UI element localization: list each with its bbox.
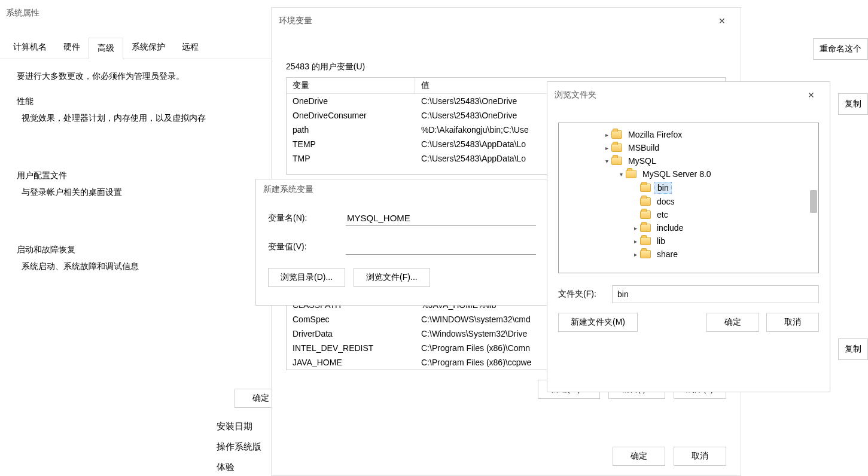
tree-label: include (654, 222, 686, 233)
copy-button-2[interactable]: 复制 (838, 338, 868, 360)
new-system-variable-dialog: 新建系统变量 变量名(N): 变量值(V): 浏览目录(D)... 浏览文件(F… (255, 179, 549, 306)
folder-icon (611, 130, 622, 139)
bg-os-version: 操作系统版 (217, 441, 261, 453)
var-name: OneDriveConsumer (287, 108, 415, 123)
chevron-right-icon[interactable]: ▸ (602, 143, 611, 152)
chevron-none-icon (631, 197, 640, 206)
browse-dir-button[interactable]: 浏览目录(D)... (268, 268, 345, 287)
tree-label: bin (654, 182, 672, 194)
tree-item[interactable]: etc (559, 208, 818, 221)
folder-tree[interactable]: ▸Mozilla Firefox▸MSBuild▾MySQL▾MySQL Ser… (558, 123, 819, 273)
tab-advanced[interactable]: 高级 (89, 38, 123, 59)
folder-icon (640, 250, 651, 258)
rename-button[interactable]: 重命名这个 (813, 38, 868, 60)
close-icon[interactable]: ✕ (711, 13, 733, 29)
browse-title: 浏览文件夹 (555, 90, 596, 100)
tree-item[interactable]: ▸include (559, 221, 818, 234)
tree-item[interactable]: ▸share (559, 248, 818, 261)
sysprops-title: 系统属性 (6, 8, 39, 19)
tab-computer-name[interactable]: 计算机名 (5, 37, 55, 59)
chevron-down-icon[interactable]: ▾ (602, 156, 611, 166)
var-name: TMP (287, 151, 415, 166)
folder-input[interactable] (612, 285, 819, 303)
tree-label: MySQL Server 8.0 (640, 169, 714, 179)
browse-folder-dialog: 浏览文件夹 ✕ ▸Mozilla Firefox▸MSBuild▾MySQL▾M… (547, 81, 830, 392)
tree-label: lib (654, 236, 668, 246)
var-value-input[interactable] (346, 239, 536, 255)
chevron-right-icon[interactable]: ▸ (631, 249, 640, 259)
browse-file-button[interactable]: 浏览文件(F)... (354, 268, 430, 287)
envvars-title: 环境变量 (279, 16, 312, 26)
folder-icon (640, 197, 651, 206)
var-name-label: 变量名(N): (268, 213, 346, 224)
folder-icon (626, 170, 636, 178)
tree-item[interactable]: docs (559, 195, 818, 208)
chevron-none-icon (631, 183, 640, 193)
user-vars-label: 25483 的用户变量(U) (286, 62, 726, 72)
tree-label: Mozilla Firefox (626, 129, 684, 140)
tree-item[interactable]: ▾MySQL (559, 154, 818, 167)
folder-icon (611, 157, 622, 165)
var-name: OneDrive (287, 94, 415, 108)
var-name: INTEL_DEV_REDIST (287, 341, 415, 355)
var-name: JAVA_HOME (287, 355, 415, 370)
tree-item[interactable]: ▸Mozilla Firefox (559, 128, 818, 141)
copy-button-1[interactable]: 复制 (838, 93, 868, 115)
chevron-down-icon[interactable]: ▾ (616, 169, 626, 179)
tree-label: MySQL (626, 155, 659, 166)
folder-icon (640, 184, 651, 192)
tab-system-protection[interactable]: 系统保护 (123, 37, 173, 59)
new-folder-button[interactable]: 新建文件夹(M) (558, 313, 638, 332)
envvars-cancel-button[interactable]: 取消 (674, 447, 726, 466)
var-name: DriverData (287, 327, 415, 341)
chevron-none-icon (631, 210, 640, 219)
var-name: TEMP (287, 137, 415, 151)
chevron-right-icon[interactable]: ▸ (631, 223, 640, 233)
tree-item[interactable]: ▸lib (559, 234, 818, 248)
tab-hardware[interactable]: 硬件 (55, 37, 89, 59)
var-name: path (287, 123, 415, 137)
browse-cancel-button[interactable]: 取消 (766, 313, 819, 332)
bg-experience: 体验 (217, 462, 234, 473)
var-value-label: 变量值(V): (268, 242, 346, 252)
tree-label: docs (654, 196, 677, 207)
folder-icon (611, 144, 622, 152)
col-name: 变量 (287, 78, 415, 93)
tree-label: share (654, 249, 680, 260)
close-icon[interactable]: ✕ (800, 87, 823, 103)
newvar-title: 新建系统变量 (263, 184, 313, 195)
tree-item[interactable]: bin (559, 181, 818, 195)
chevron-right-icon[interactable]: ▸ (631, 236, 640, 246)
chevron-right-icon[interactable]: ▸ (602, 130, 611, 139)
scrollbar-thumb[interactable] (810, 190, 817, 213)
tree-item[interactable]: ▾MySQL Server 8.0 (559, 167, 818, 181)
folder-icon (640, 210, 651, 219)
tree-label: MSBuild (626, 142, 662, 153)
envvars-ok-button[interactable]: 确定 (613, 447, 665, 466)
tab-remote[interactable]: 远程 (173, 37, 207, 59)
var-name: ComSpec (287, 312, 415, 327)
browse-ok-button[interactable]: 确定 (706, 313, 759, 332)
folder-label: 文件夹(F): (558, 289, 612, 300)
folder-icon (640, 237, 651, 245)
tree-label: etc (654, 209, 671, 220)
var-name-input[interactable] (346, 210, 536, 226)
bg-install-date: 安装日期 (217, 421, 252, 432)
tree-item[interactable]: ▸MSBuild (559, 141, 818, 154)
folder-icon (640, 224, 651, 232)
